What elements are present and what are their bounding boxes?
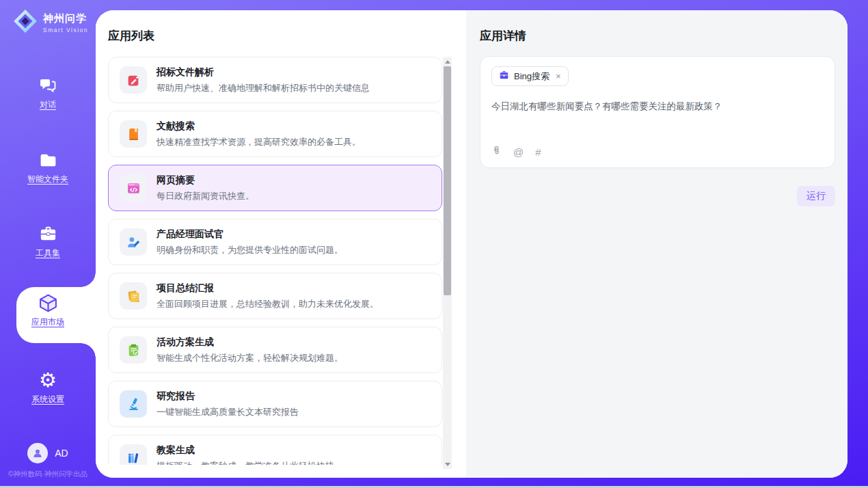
app-list-item-bid-analysis[interactable]: 招标文件解析 帮助用户快速、准确地理解和解析招标书中的关键信息 [108,57,442,103]
sidebar-item-label: 应用市场 [0,316,96,328]
app-list: 招标文件解析 帮助用户快速、准确地理解和解析招标书中的关键信息 文献搜索 快速精… [108,57,442,465]
app-desc: 明确身份和职责，为您提供专业性的面试问题。 [157,244,343,256]
paperclip-icon[interactable] [491,145,502,159]
app-desc: 帮助用户快速、准确地理解和解析招标书中的关键信息 [157,82,370,94]
sidebar-item-chat[interactable]: 对话 [0,75,96,111]
brand-name: 神州问学 [43,12,88,25]
sidebar-item-smart-folder[interactable]: 智能文件夹 [0,150,96,185]
app-desc: 智能生成个性化活动方案，轻松解决规划难题。 [157,352,343,364]
app-name: 产品经理面试官 [157,228,343,241]
app-name: 项目总结汇报 [157,282,379,295]
sidebar-item-label: 系统设置 [0,394,96,405]
brand-subtitle: Smart Vision [43,27,88,33]
sticky-notes-icon [120,282,147,310]
clipboard-check-icon [120,336,147,364]
chip-close-icon[interactable]: × [556,71,561,81]
main-content: 应用列表 招标文件解析 帮助用户快速、准确地理解和解析招标书中的关键信息 [96,10,847,478]
sidebar-item-label: 智能文件夹 [0,174,96,185]
tool-chip-bing-search[interactable]: Bing搜索 × [491,66,569,86]
scroll-down-arrow[interactable] [443,459,452,469]
active-nav-fillet-bottom [81,343,96,358]
interviewer-icon [120,228,147,256]
app-desc: 快速精准查找学术资源，提高研究效率的必备工具。 [157,136,361,148]
hashtag-icon[interactable]: # [535,146,541,158]
app-list-scrollbar[interactable] [443,57,452,469]
app-desc: 模板驱动，教案秒成，教学准备从此轻松快捷 [157,460,334,465]
user-name: AD [55,448,68,459]
app-list-item-research-report[interactable]: 研究报告 一键智能生成高质量长文本研究报告 [108,381,442,427]
app-list-item-activity-plan[interactable]: 活动方案生成 智能生成个性化活动方案，轻松解决规划难题。 [108,327,442,373]
active-nav-fillet-top [81,272,96,287]
scrollbar-thumb[interactable] [444,66,451,295]
sidebar-item-label: 对话 [0,99,96,111]
scroll-up-arrow[interactable] [443,57,452,66]
app-desc: 一键智能生成高质量长文本研究报告 [157,406,299,418]
app-detail-title: 应用详情 [480,28,526,44]
app-name: 教案生成 [157,444,334,457]
web-code-icon [120,174,147,202]
book-icon [120,120,147,148]
prompt-card: Bing搜索 × 今日湖北有哪些新闻要点？有哪些需要关注的最新政策？ @ # [480,56,835,168]
user-account-button[interactable]: AD [0,443,96,463]
prompt-input[interactable]: 今日湖北有哪些新闻要点？有哪些需要关注的最新政策？ [491,100,824,113]
app-name: 网页摘要 [157,174,254,187]
gear-icon: ⚙ [0,370,96,390]
app-desc: 每日政府新闻资讯快查。 [157,190,254,202]
briefcase-icon [499,70,509,83]
user-avatar-icon [27,443,48,463]
run-button[interactable]: 运行 [797,186,835,206]
app-list-item-lesson-plan[interactable]: 教案生成 模板驱动，教案秒成，教学准备从此轻松快捷 [108,435,442,465]
copyright-text: ©神州数码·神州问学出品 [0,470,96,479]
app-list-item-literature-search[interactable]: 文献搜索 快速精准查找学术资源，提高研究效率的必备工具。 [108,111,442,157]
brand-logo: 神州问学 Smart Vision [12,8,88,37]
sidebar-item-settings[interactable]: ⚙ 系统设置 [0,370,96,405]
tool-chip-label: Bing搜索 [514,70,550,83]
app-name: 活动方案生成 [157,336,343,349]
diamond-logo-icon [12,8,38,37]
toolbox-icon [0,223,96,244]
app-list-item-project-summary[interactable]: 项目总结汇报 全面回顾项目进展，总结经验教训，助力未来优化发展。 [108,273,442,319]
chat-icon [0,75,96,96]
sidebar-item-toolset[interactable]: 工具集 [0,223,96,259]
cube-icon [0,293,96,313]
mention-icon[interactable]: @ [513,146,524,158]
app-detail-panel: 应用详情 Bing搜索 × 今日湖北有哪些新闻要点？有哪些需要关注的最新政策？ [466,10,847,478]
edit-document-icon [120,66,147,94]
microscope-icon [120,390,147,418]
sidebar-item-label: 工具集 [0,247,96,259]
app-name: 招标文件解析 [157,66,370,79]
app-name: 文献搜索 [157,120,361,133]
sidebar: 神州问学 Smart Vision 对话 智能文件夹 [0,0,96,488]
app-list-title: 应用列表 [108,28,154,44]
app-desc: 全面回顾项目进展，总结经验教训，助力未来优化发展。 [157,298,379,310]
folder-icon [0,150,96,170]
app-name: 研究报告 [157,390,299,403]
app-list-item-web-summary[interactable]: 网页摘要 每日政府新闻资讯快查。 [108,165,442,211]
app-list-item-pm-interviewer[interactable]: 产品经理面试官 明确身份和职责，为您提供专业性的面试问题。 [108,219,442,265]
app-list-panel: 应用列表 招标文件解析 帮助用户快速、准确地理解和解析招标书中的关键信息 [96,10,466,478]
books-icon [120,444,147,465]
sidebar-item-app-market[interactable]: 应用市场 [0,293,96,328]
